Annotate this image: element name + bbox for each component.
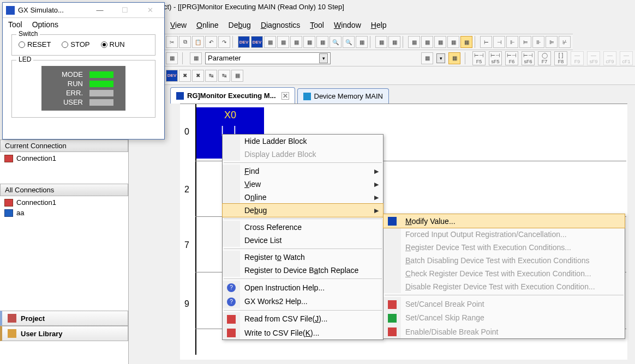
ctx-gxworks-help[interactable]: ?GX Works2 Help... bbox=[223, 294, 383, 308]
toolbar-btn-c[interactable]: ▦ bbox=[290, 36, 302, 48]
fkey-f7[interactable]: ◯F7 bbox=[538, 51, 551, 65]
ctx-register-batch[interactable]: Register to Device Batch Replace bbox=[223, 264, 383, 277]
fkey-f5[interactable]: ⊢⊣F5 bbox=[472, 51, 486, 65]
fkey-sf6[interactable]: ⊢⊣sF6 bbox=[522, 51, 535, 65]
toolbar3-btn-b[interactable]: ✖ bbox=[179, 70, 191, 82]
toolbar-copy-icon[interactable]: ⧉ bbox=[179, 36, 191, 48]
current-connection-item[interactable]: Connection1 bbox=[4, 154, 124, 162]
toolbar-btn-b[interactable]: ▦ bbox=[277, 36, 289, 48]
menu-diagnostics[interactable]: Diagnostics bbox=[261, 21, 300, 29]
sim-menu-tool[interactable]: Tool bbox=[8, 20, 22, 29]
menu-window[interactable]: Window bbox=[334, 21, 361, 29]
sim-menu-options[interactable]: Options bbox=[32, 20, 58, 29]
sim-radio-stop[interactable]: STOP bbox=[62, 40, 89, 48]
connection-icon bbox=[4, 199, 13, 207]
all-connection-item-2[interactable]: aa bbox=[4, 209, 124, 217]
toolbar3-btn-f[interactable]: ▦ bbox=[231, 70, 243, 82]
toolbar-btn-h[interactable]: ▦ bbox=[356, 36, 368, 48]
toolbar-btn-f[interactable]: 🔍 bbox=[330, 36, 342, 48]
connection-icon bbox=[4, 209, 13, 217]
toolbar2-btn-a[interactable]: ▦ bbox=[166, 52, 178, 64]
toolbar-ladder5-icon[interactable]: ⊪ bbox=[532, 36, 544, 48]
toolbar-btn-highlighted[interactable]: ▦ bbox=[460, 36, 472, 48]
sim-menubar: Tool Options bbox=[3, 18, 164, 31]
toolbar-undo-icon[interactable]: ↶ bbox=[205, 36, 217, 48]
tab-monitor-label: RG]Monitor Executing M... bbox=[187, 92, 276, 100]
ctx-online[interactable]: Online▶ bbox=[223, 191, 383, 204]
toolbar2-btn-d[interactable]: ▦ bbox=[448, 52, 460, 64]
toolbar-ladder2-icon[interactable]: ⊣ bbox=[493, 36, 505, 48]
toolbar-btn-a[interactable]: ▦ bbox=[264, 36, 276, 48]
toolbar-paste-icon[interactable]: 📋 bbox=[192, 36, 204, 48]
toolbar-ladder7-icon[interactable]: ⊬ bbox=[559, 36, 571, 48]
ctx-view[interactable]: View▶ bbox=[223, 178, 383, 191]
fkey-f9: —F9 bbox=[571, 51, 584, 65]
toolbar-ladder6-icon[interactable]: ⊫ bbox=[546, 36, 558, 48]
ctx-open-instruction-help[interactable]: ?Open Instruction Help... bbox=[223, 281, 383, 294]
ctx-hide-ladder[interactable]: Hide Ladder Block bbox=[223, 135, 383, 148]
all-connection-item-1[interactable]: Connection1 bbox=[4, 198, 124, 207]
sim-minimize-button[interactable]: — bbox=[89, 4, 111, 16]
menu-online[interactable]: Online bbox=[196, 21, 218, 29]
toolbar3-btn-e[interactable]: ↹ bbox=[218, 70, 230, 82]
toolbar-btn-i[interactable]: ▦ bbox=[375, 36, 387, 48]
sim-radio-reset[interactable]: RESET bbox=[19, 40, 51, 48]
toolbar-cut-icon[interactable]: ✂ bbox=[166, 36, 178, 48]
menu-view[interactable]: View bbox=[170, 21, 187, 29]
fkey-f6[interactable]: ⊢⊣F6 bbox=[505, 51, 518, 65]
sim-radio-run[interactable]: RUN bbox=[101, 40, 125, 48]
combo-arrow-2-icon[interactable]: ▾ bbox=[436, 53, 445, 63]
fkey-sf5[interactable]: ⊢⊣sF5 bbox=[489, 51, 502, 65]
ctx-register-watch[interactable]: Register to Watch bbox=[223, 251, 383, 264]
break-point-icon bbox=[388, 300, 397, 309]
menu-debug[interactable]: Debug bbox=[229, 21, 251, 29]
toolbar2-btn-b[interactable]: ▦ bbox=[190, 52, 202, 64]
toolbar-redo-icon[interactable]: ↷ bbox=[218, 36, 230, 48]
combo-arrow-icon[interactable]: ▾ bbox=[319, 53, 328, 63]
ctx-device-list[interactable]: Device List bbox=[223, 234, 383, 247]
sim-led-group: LED MODE RUN ERR. USER bbox=[11, 60, 155, 118]
toolbar3-btn-c[interactable]: ✖ bbox=[192, 70, 204, 82]
toolbar-btn-l[interactable]: ▦ bbox=[421, 36, 433, 48]
ctx-debug[interactable]: Debug▶ bbox=[223, 204, 383, 217]
ctx2-modify-value[interactable]: Modify Value... bbox=[384, 214, 625, 228]
user-library-button[interactable]: User Library bbox=[0, 326, 128, 341]
ctx-write-csv[interactable]: Write to CSV File(K)... bbox=[223, 326, 383, 339]
toolbar3-btn-d[interactable]: ↹ bbox=[205, 70, 217, 82]
help-icon: ? bbox=[227, 283, 236, 292]
toolbar2-btn-c[interactable]: ▦ bbox=[421, 52, 433, 64]
tab-close-icon[interactable]: ✕ bbox=[281, 92, 289, 100]
toolbar-btn-j[interactable]: ▦ bbox=[388, 36, 400, 48]
tab-device-memory[interactable]: Device Memory MAIN bbox=[297, 88, 389, 104]
toolbar-btn-d[interactable]: ▦ bbox=[303, 36, 315, 48]
all-connections-header: All Connections bbox=[0, 184, 128, 196]
toolbar-btn-e[interactable]: ▦ bbox=[316, 36, 328, 48]
toolbar-btn-g[interactable]: 🔍 bbox=[343, 36, 355, 48]
ctx-read-csv[interactable]: Read from CSV File(J)... bbox=[223, 312, 383, 326]
project-button[interactable]: Project bbox=[0, 311, 128, 326]
parameter-combo[interactable]: Parameter ▾ bbox=[205, 52, 331, 64]
menu-help[interactable]: Help bbox=[371, 21, 387, 29]
navigation-panel: Current Connection Connection1 All Conne… bbox=[0, 139, 129, 364]
toolbar-btn-k[interactable]: ▦ bbox=[408, 36, 420, 48]
toolbar-btn-n[interactable]: ▦ bbox=[447, 36, 459, 48]
tab-monitor-main[interactable]: RG]Monitor Executing M... ✕ bbox=[170, 87, 295, 104]
toolbar-ladder4-icon[interactable]: ⊨ bbox=[519, 36, 531, 48]
ctx-cross-reference[interactable]: Cross Reference bbox=[223, 221, 383, 234]
toolbar-dev1-icon[interactable]: DEV bbox=[238, 36, 250, 48]
project-icon bbox=[8, 314, 16, 323]
toolbar-dev2-icon[interactable]: DEV bbox=[251, 36, 263, 48]
document-tabstrip: RG]Monitor Executing M... ✕ Device Memor… bbox=[164, 86, 389, 104]
ctx-find[interactable]: Find▶ bbox=[223, 165, 383, 178]
sim-title: GX Simulato... bbox=[18, 6, 86, 14]
menu-tool[interactable]: Tool bbox=[310, 21, 324, 29]
sim-titlebar[interactable]: GX Simulato... — ☐ ✕ bbox=[3, 3, 164, 18]
toolbar3-dev-icon[interactable]: DEV bbox=[166, 70, 178, 82]
toolbar-ladder1-icon[interactable]: ⊢ bbox=[480, 36, 492, 48]
ctx2-set-skip: Set/Cancel Skip Range bbox=[384, 311, 625, 325]
fkey-f8[interactable]: [ ]F8 bbox=[554, 51, 567, 65]
toolbar-btn-m[interactable]: ▦ bbox=[434, 36, 446, 48]
toolbar-ladder3-icon[interactable]: ⊩ bbox=[506, 36, 518, 48]
toolbar-row-1: ✂ ⧉ 📋 ↶ ↷ DEV DEV ▦ ▦ ▦ ▦ ▦ 🔍 🔍 ▦ ▦ ▦ ▦ … bbox=[164, 34, 573, 50]
all-conn-1-label: Connection1 bbox=[16, 198, 56, 207]
